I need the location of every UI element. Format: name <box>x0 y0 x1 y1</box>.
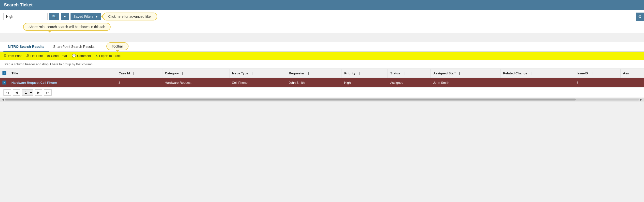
table-row[interactable]: ✓ Hardware Request Cell Phone 3 Hardware… <box>0 78 644 87</box>
excel-icon: X <box>95 54 98 58</box>
col-requester: Requester ⋮ <box>286 69 342 78</box>
col-change-menu[interactable]: ⋮ <box>530 72 532 75</box>
col-caseid-menu[interactable]: ⋮ <box>132 72 135 75</box>
advanced-filter-wrapper: Click here for advanced filter <box>103 13 157 21</box>
table-header-row: ✓ Title ⋮ Case Id ⋮ Category ⋮ Issue Typ… <box>0 69 644 78</box>
sharepoint-tooltip-area: SharePoint search search will be shown i… <box>4 22 640 33</box>
col-status: Status ⋮ <box>388 69 431 78</box>
col-requester-menu[interactable]: ⋮ <box>307 72 310 75</box>
item-print-icon: 🖶 <box>4 54 7 58</box>
row-requester-cell: John Smith <box>286 78 342 87</box>
pagination-area: ⏮ ◀ 1 ▶ ⏭ <box>0 87 644 97</box>
page-select[interactable]: 1 <box>22 89 33 95</box>
row-category-cell: Hardware Request <box>162 78 230 87</box>
col-category: Category ⋮ <box>162 69 230 78</box>
last-page-button[interactable]: ⏭ <box>44 89 52 95</box>
tabs-container: NITRO Search Results SharePoint Search R… <box>0 42 644 52</box>
select-all-checkbox[interactable]: ✓ <box>2 71 6 75</box>
export-excel-button[interactable]: X Export to Excel <box>95 54 120 58</box>
col-related-change: Related Change ⋮ <box>500 69 574 78</box>
scroll-right-arrow[interactable]: ▶ <box>639 98 643 101</box>
col-staff-menu[interactable]: ⋮ <box>458 72 461 75</box>
col-assigned-staff: Assigned Staff ⋮ <box>431 69 500 78</box>
row-checkbox-cell[interactable]: ✓ <box>0 78 9 87</box>
comment-icon: 💬 <box>72 54 76 58</box>
prev-page-button[interactable]: ◀ <box>13 89 20 95</box>
settings-button[interactable]: ⚙ <box>636 13 644 21</box>
chevron-down-icon: ▼ <box>95 15 98 19</box>
col-checkbox[interactable]: ✓ <box>0 69 9 78</box>
search-area: 🔍 ▼ Saved Filters ▼ Click here for advan… <box>0 10 644 33</box>
filter-button[interactable]: ▼ <box>61 13 69 20</box>
item-print-button[interactable]: 🖶 Item Print <box>4 54 22 58</box>
col-issueid-menu[interactable]: ⋮ <box>590 72 594 75</box>
col-caseid: Case Id ⋮ <box>116 69 162 78</box>
row-issuetype-cell: Cell Phone <box>230 78 286 87</box>
col-issuetype: Issue Type ⋮ <box>230 69 286 78</box>
next-page-button[interactable]: ▶ <box>35 89 42 95</box>
row-checkbox[interactable]: ✓ <box>2 80 6 84</box>
first-page-button[interactable]: ⏮ <box>4 89 11 95</box>
col-issuetype-menu[interactable]: ⋮ <box>250 72 254 75</box>
email-icon: ✉ <box>47 54 50 58</box>
results-table: ✓ Title ⋮ Case Id ⋮ Category ⋮ Issue Typ… <box>0 69 644 87</box>
row-ass-cell <box>620 78 644 87</box>
col-title-menu[interactable]: ⋮ <box>20 72 23 75</box>
send-email-button[interactable]: ✉ Send Email <box>47 54 67 58</box>
row-issueid-cell: 6 <box>574 78 620 87</box>
saved-filters-label: Saved Filters <box>74 15 94 19</box>
col-ass: Ass <box>620 69 644 78</box>
scroll-left-arrow[interactable]: ◀ <box>1 98 5 101</box>
search-input[interactable] <box>4 13 48 20</box>
scrollbar-thumb[interactable] <box>5 98 576 100</box>
col-issueid: IssueID ⋮ <box>574 69 620 78</box>
col-title: Title ⋮ <box>9 69 116 78</box>
row-priority-cell: High <box>342 78 388 87</box>
row-title-link[interactable]: Hardware Request Cell Phone <box>12 81 57 84</box>
drag-hint: Drag a column header and drop it here to… <box>0 60 644 69</box>
row-caseid-cell: 3 <box>116 78 162 87</box>
horizontal-scrollbar[interactable]: ◀ ▶ <box>0 97 644 102</box>
tab-sharepoint[interactable]: SharePoint Search Results <box>49 42 99 52</box>
comment-button[interactable]: 💬 Comment <box>72 54 91 58</box>
col-priority: Priority ⋮ <box>342 69 388 78</box>
tabs-area: NITRO Search Results SharePoint Search R… <box>0 42 644 52</box>
search-button[interactable]: 🔍 <box>49 13 59 20</box>
advanced-filter-tooltip[interactable]: Click here for advanced filter <box>103 13 157 21</box>
saved-filters-button[interactable]: Saved Filters ▼ <box>70 13 102 20</box>
col-category-menu[interactable]: ⋮ <box>181 72 184 75</box>
row-title-cell[interactable]: Hardware Request Cell Phone <box>9 78 116 87</box>
table-container: ✓ Title ⋮ Case Id ⋮ Category ⋮ Issue Typ… <box>0 69 644 87</box>
col-status-menu[interactable]: ⋮ <box>402 72 406 75</box>
filter-icon: ▼ <box>63 15 66 19</box>
search-row: 🔍 ▼ Saved Filters ▼ Click here for advan… <box>4 13 640 21</box>
toolbar-tooltip: Toolbar <box>106 42 128 50</box>
title-bar: Search Ticket <box>0 0 644 10</box>
sharepoint-tab-tooltip: SharePoint search search will be shown i… <box>23 23 110 31</box>
toolbar-area: 🖶 Item Print 🖶 List Print ✉ Send Email 💬… <box>0 52 644 60</box>
row-status-cell: Assigned <box>388 78 431 87</box>
col-priority-menu[interactable]: ⋮ <box>358 72 361 75</box>
gear-icon: ⚙ <box>638 15 642 19</box>
row-change-cell <box>500 78 574 87</box>
list-print-button[interactable]: 🖶 List Print <box>26 54 43 58</box>
page-title: Search Ticket <box>4 3 33 7</box>
toolbar-tooltip-wrapper: Toolbar <box>106 42 128 50</box>
row-staff-cell: John Smith <box>431 78 500 87</box>
list-print-icon: 🖶 <box>26 54 29 58</box>
tab-nitro[interactable]: NITRO Search Results <box>4 42 49 52</box>
scrollbar-track[interactable] <box>5 98 639 100</box>
search-icon: 🔍 <box>52 15 56 19</box>
